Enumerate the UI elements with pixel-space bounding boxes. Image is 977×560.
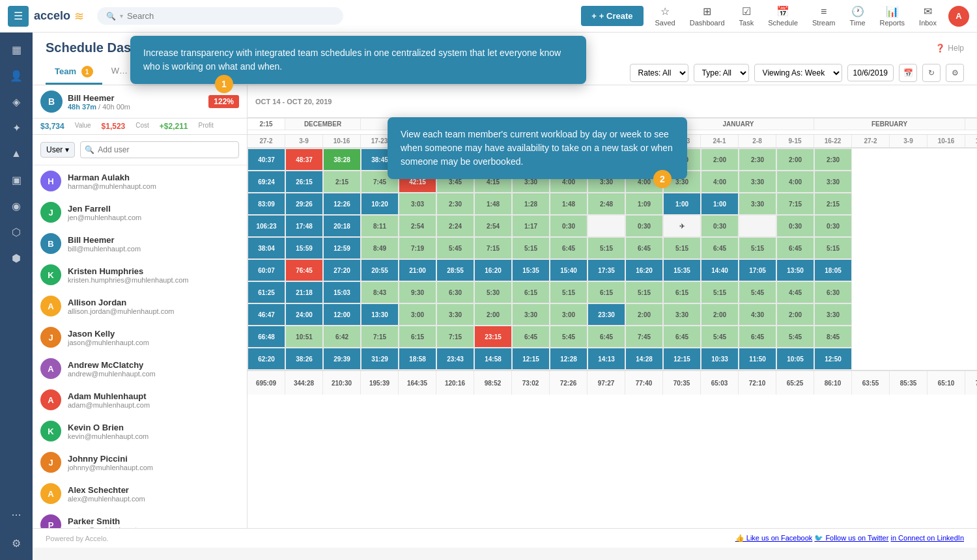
grid-cell[interactable]: 4:30 <box>739 303 776 326</box>
grid-cell[interactable]: 6:15 <box>588 281 625 303</box>
sidebar-settings-icon[interactable]: ⚙ <box>5 531 28 555</box>
grid-cell[interactable]: 6:15 <box>399 326 436 348</box>
avatar[interactable]: A <box>948 6 969 27</box>
grid-cell[interactable]: 6:45 <box>663 326 701 348</box>
nav-item-reports[interactable]: 📊 Reports <box>873 3 912 29</box>
type-select[interactable]: Type: All <box>694 64 749 82</box>
sidebar-icon-hex2[interactable]: ⬢ <box>5 246 28 270</box>
grid-cell[interactable]: 7:15 <box>436 326 474 348</box>
sidebar-icon-grid[interactable]: ▦ <box>5 38 28 61</box>
sidebar-icon-star[interactable]: ✦ <box>5 116 28 139</box>
nav-item-stream[interactable]: ≡ Stream <box>806 3 842 29</box>
user-item[interactable]: A Alex Schechter alex@muhlenhaupt.com <box>33 478 247 509</box>
sidebar-icon-circle[interactable]: ◉ <box>5 194 28 217</box>
grid-cell[interactable]: 1:09 <box>625 193 663 215</box>
grid-cell[interactable]: 2:54 <box>474 215 512 237</box>
grid-cell[interactable]: 6:45 <box>776 237 814 259</box>
grid-cell[interactable]: 46:47 <box>248 303 285 326</box>
user-item[interactable]: K Kevin O Brien kevin@muhlenhaupt.com <box>33 415 247 447</box>
grid-cell[interactable]: 1:00 <box>663 193 701 215</box>
grid-cell[interactable]: 8:49 <box>361 237 399 259</box>
search-input[interactable] <box>127 11 334 21</box>
grid-cell[interactable]: 2:15 <box>323 171 361 193</box>
refresh-icon-btn[interactable]: ↻ <box>922 64 941 82</box>
grid-cell[interactable]: 23:15 <box>474 326 512 348</box>
grid-cell[interactable]: 5:15 <box>625 281 663 303</box>
create-button[interactable]: + + Create <box>581 6 643 26</box>
grid-cell[interactable]: 2:00 <box>474 303 512 326</box>
grid-cell[interactable]: 2:15 <box>814 193 852 215</box>
grid-cell[interactable]: 12:50 <box>814 348 852 370</box>
grid-cell[interactable]: 1:17 <box>512 215 550 237</box>
grid-cell[interactable]: 26:15 <box>285 171 323 193</box>
tab-team[interactable]: Team 1 <box>46 61 102 85</box>
user-item[interactable]: B Bill Heemer bill@muhlenhaupt.com <box>33 228 247 259</box>
hamburger-button[interactable]: ☰ <box>8 6 29 27</box>
grid-cell[interactable]: 10:05 <box>776 348 814 370</box>
grid-cell[interactable]: 27:20 <box>323 259 361 281</box>
grid-cell[interactable]: 5:45 <box>739 281 776 303</box>
grid-cell[interactable]: 5:45 <box>701 326 739 348</box>
grid-cell[interactable]: 3:00 <box>399 303 436 326</box>
facebook-link[interactable]: 👍 Like us on Facebook <box>735 534 813 542</box>
grid-cell[interactable]: 1:48 <box>474 193 512 215</box>
calendar-icon-btn[interactable]: 📅 <box>899 64 917 82</box>
grid-cell[interactable]: 15:03 <box>323 281 361 303</box>
grid-cell[interactable]: 17:05 <box>739 259 776 281</box>
grid-cell[interactable]: 0:30 <box>814 215 852 237</box>
user-search-input[interactable] <box>80 141 239 158</box>
grid-cell[interactable]: 3:30 <box>814 303 852 326</box>
user-item[interactable]: J Johnny Piccini johnny@muhlenhaupt.com <box>33 447 247 478</box>
grid-cell[interactable]: 5:45 <box>550 326 588 348</box>
search-bar[interactable]: 🔍 ▾ <box>97 7 343 25</box>
grid-cell[interactable]: 12:26 <box>323 193 361 215</box>
grid-cell[interactable]: 1:00 <box>701 193 739 215</box>
user-item[interactable]: K Kristen Humphries kristen.humphries@mu… <box>33 259 247 290</box>
grid-cell[interactable]: 15:59 <box>285 237 323 259</box>
grid-cell[interactable]: 2:00 <box>776 303 814 326</box>
twitter-link[interactable]: 🐦 Follow us on Twitter <box>814 534 888 542</box>
grid-cell[interactable]: 21:18 <box>285 281 323 303</box>
grid-cell[interactable]: 2:54 <box>399 215 436 237</box>
grid-cell[interactable]: 5:15 <box>512 237 550 259</box>
grid-cell[interactable]: 28:55 <box>436 259 474 281</box>
grid-cell[interactable]: 2:00 <box>625 303 663 326</box>
nav-item-dashboard[interactable]: ⊞ Dashboard <box>683 3 731 29</box>
grid-cell[interactable]: 16:20 <box>474 259 512 281</box>
user-item[interactable]: P Parker Smith parker@muhlenhaupt.com <box>33 509 247 528</box>
grid-cell[interactable]: 15:35 <box>512 259 550 281</box>
grid-cell[interactable]: 2:00 <box>776 148 814 171</box>
grid-cell[interactable]: 4:00 <box>701 171 739 193</box>
grid-cell[interactable]: 3:30 <box>739 193 776 215</box>
sidebar-icon-person[interactable]: 👤 <box>5 64 28 87</box>
user-item[interactable]: J Jen Farrell jen@muhlenhaupt.com <box>33 197 247 228</box>
grid-cell[interactable]: 5:15 <box>588 237 625 259</box>
grid-cell[interactable]: 6:30 <box>814 281 852 303</box>
grid-cell[interactable]: 62:20 <box>248 348 285 370</box>
grid-cell[interactable]: 5:15 <box>739 237 776 259</box>
grid-cell[interactable]: 7:15 <box>776 193 814 215</box>
settings-icon-btn[interactable]: ⚙ <box>946 64 964 82</box>
grid-cell[interactable]: 29:26 <box>285 193 323 215</box>
grid-cell[interactable]: 48:37 <box>285 148 323 171</box>
grid-cell[interactable]: 2:00 <box>701 303 739 326</box>
sidebar-icon-shape1[interactable]: ◈ <box>5 90 28 113</box>
sidebar-more-icon[interactable]: ··· <box>5 503 28 526</box>
date-picker[interactable]: 10/6/2019 <box>847 64 894 81</box>
grid-cell[interactable]: 10:51 <box>285 326 323 348</box>
grid-cell[interactable]: 8:43 <box>361 281 399 303</box>
grid-cell[interactable]: 5:15 <box>814 237 852 259</box>
grid-cell[interactable]: 6:30 <box>436 281 474 303</box>
user-item[interactable]: J Jason Kelly jason@muhlenhaupt.com <box>33 322 247 353</box>
grid-cell[interactable]: 17:35 <box>588 259 625 281</box>
grid-cell[interactable]: 2:30 <box>436 193 474 215</box>
grid-cell[interactable]: 40:37 <box>248 148 285 171</box>
grid-cell[interactable]: 0:30 <box>550 215 588 237</box>
grid-cell[interactable]: 12:59 <box>323 237 361 259</box>
grid-cell[interactable]: 20:55 <box>361 259 399 281</box>
grid-cell[interactable]: 21:00 <box>399 259 436 281</box>
grid-cell[interactable]: 12:28 <box>550 348 588 370</box>
grid-cell[interactable]: 14:40 <box>701 259 739 281</box>
grid-cell[interactable]: 31:29 <box>361 348 399 370</box>
grid-cell[interactable]: 61:25 <box>248 281 285 303</box>
